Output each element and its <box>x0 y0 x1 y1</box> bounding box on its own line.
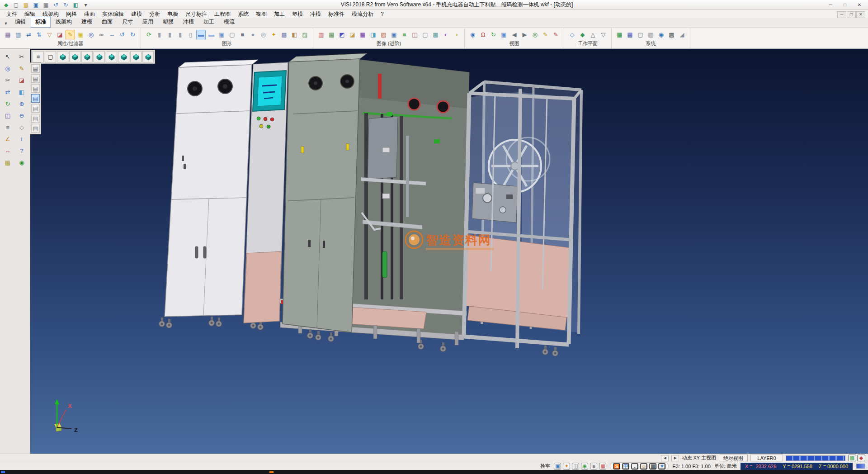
stretch-icon[interactable]: ↔ <box>107 30 117 39</box>
workplane-set-icon[interactable]: ◆ <box>578 30 587 39</box>
list-icon[interactable]: ≡ <box>590 463 597 469</box>
shaded-view-icon[interactable]: ▣ <box>217 30 226 39</box>
clipboard-icon[interactable]: ▤ <box>31 104 40 113</box>
lock-label[interactable]: 拴牢 <box>540 463 550 469</box>
tab-dropdown-icon[interactable]: ▼ <box>2 19 10 28</box>
refresh-icon[interactable]: ⟳ <box>144 30 154 39</box>
world-icon[interactable]: ◉ <box>16 157 28 167</box>
view-iso-ne-button[interactable] <box>57 51 68 62</box>
menu-item[interactable]: ? <box>377 10 387 18</box>
offset-icon[interactable]: ≡ <box>2 122 14 132</box>
ribbon-tab[interactable]: 尺寸 <box>118 17 137 28</box>
cylinder-2-icon[interactable]: ▮ <box>165 30 175 39</box>
ribbon-tab[interactable]: 模流 <box>219 17 239 28</box>
clipboard-icon[interactable]: ▤ <box>31 94 40 103</box>
prev-view-icon[interactable]: ◀ <box>509 30 519 39</box>
annotate-icon[interactable]: ✎ <box>541 30 550 39</box>
dimension-icon[interactable]: ↔ <box>2 146 14 156</box>
panel-blue-icon[interactable]: ▬ <box>196 30 206 39</box>
clipboard-icon[interactable]: ▤ <box>31 114 40 123</box>
palette-icon[interactable]: ▦ <box>615 30 624 39</box>
mirror-icon[interactable]: ◫ <box>2 110 14 120</box>
panel-icon[interactable]: ◫ <box>572 463 579 469</box>
snap-icon[interactable]: ◎ <box>2 63 14 73</box>
visi-logo-icon[interactable]: ◆ <box>2 1 10 9</box>
new-file-icon[interactable]: ▢ <box>12 1 20 9</box>
swap-icon[interactable]: ⇄ <box>24 30 33 39</box>
ribbon-tab[interactable]: 加工 <box>199 17 219 28</box>
zoom-icon[interactable]: ◉ <box>468 30 477 39</box>
picker-icon[interactable]: ◎ <box>86 30 96 39</box>
render-icon[interactable]: ▩ <box>279 30 289 39</box>
view-next-button[interactable]: ▶ <box>671 455 679 461</box>
layer-manager-icon[interactable]: ▤ <box>625 30 635 39</box>
ribbon-tab[interactable]: 冲模 <box>179 17 198 28</box>
halftone-icon[interactable]: ◨ <box>368 30 378 39</box>
view-prev-button[interactable]: ◀ <box>661 455 669 461</box>
pin-icon[interactable]: ▣ <box>554 463 561 469</box>
palette-grid-icon[interactable]: ▦ <box>848 455 856 461</box>
save-icon[interactable]: ▣ <box>32 1 40 9</box>
workplane-3pt-icon[interactable]: △ <box>588 30 598 39</box>
cylinder-1-icon[interactable]: ▮ <box>155 30 164 39</box>
absolute-view-button[interactable]: 绝对视图 <box>719 455 748 461</box>
menu-item[interactable]: 加工 <box>270 10 288 18</box>
layers-icon[interactable]: ▤ <box>327 30 336 39</box>
eye-icon[interactable]: ◎ <box>530 30 540 39</box>
outline-icon[interactable]: ▢ <box>420 30 430 39</box>
monitor-icon[interactable]: ▢ <box>636 30 645 39</box>
wireframe-view-icon[interactable]: ▢ <box>227 30 237 39</box>
maximize-button[interactable]: □ <box>838 1 852 9</box>
clipboard-icon[interactable]: ▤ <box>31 64 40 73</box>
ramp-icon[interactable]: ◢ <box>677 30 687 39</box>
frame-icon[interactable]: ▣ <box>389 30 399 39</box>
rotate-icon[interactable]: ↻ <box>2 99 14 109</box>
menu-item[interactable]: 视图 <box>252 10 270 18</box>
draw-icon[interactable]: ✎ <box>16 63 28 73</box>
menu-item[interactable]: 模流分析 <box>348 10 377 18</box>
viewport-3d[interactable]: 智造资料网 X Z ≡▢ <box>30 49 868 454</box>
menu-item[interactable]: 标准件 <box>325 10 348 18</box>
box-icon[interactable]: ▯ <box>186 30 195 39</box>
magnet-icon[interactable]: Ω <box>478 30 488 39</box>
pan-icon[interactable]: ◇ <box>16 122 28 132</box>
panel-light-icon[interactable]: ▬ <box>207 30 216 39</box>
contrast-icon[interactable]: ◐ <box>441 30 451 39</box>
mdi-close-button[interactable]: ✕ <box>856 11 865 18</box>
rotate-view-icon[interactable]: ↻ <box>489 30 498 39</box>
calculator-icon[interactable]: ▥ <box>646 30 656 39</box>
undo-icon[interactable]: ↺ <box>52 1 60 9</box>
invert-icon[interactable]: ◑ <box>452 30 461 39</box>
view-right-button[interactable] <box>106 51 117 62</box>
view-iso-se-button[interactable] <box>118 51 129 62</box>
redline-icon[interactable]: ✎ <box>551 30 561 39</box>
cylinder-3-icon[interactable]: ▮ <box>175 30 185 39</box>
grid-red-icon[interactable]: ▦ <box>599 463 606 469</box>
match-icon[interactable]: ⇅ <box>34 30 44 39</box>
erase-icon[interactable]: ◪ <box>16 75 28 85</box>
undo-icon[interactable]: ↺ <box>118 30 127 39</box>
ribbon-tab[interactable]: 编辑 <box>10 17 30 28</box>
transform-icon[interactable]: ⇄ <box>2 87 14 97</box>
menu-item[interactable]: 冲模 <box>307 10 325 18</box>
punct-icon[interactable]: ， <box>631 463 638 469</box>
emoji-icon[interactable]: ☺ <box>640 463 647 469</box>
redo-icon[interactable]: ↻ <box>61 1 70 9</box>
viewbar-menu-icon[interactable]: ≡ <box>33 51 44 62</box>
workplane-view-icon[interactable]: ▽ <box>599 30 608 39</box>
eraser-icon[interactable]: ◪ <box>55 30 65 39</box>
attr-mask-icon[interactable]: ▤ <box>3 30 13 39</box>
view-axon-button[interactable] <box>142 51 154 62</box>
material-icon[interactable]: ◧ <box>290 30 299 39</box>
view-plain-icon[interactable]: ▢ <box>45 51 56 62</box>
open-file-icon[interactable]: ▤ <box>22 1 30 9</box>
split-icon[interactable]: ◩ <box>337 30 347 39</box>
print-icon[interactable]: ▦ <box>42 1 50 9</box>
snap-marker-icon[interactable]: ◆ <box>857 455 865 461</box>
info-icon[interactable]: i <box>16 134 28 144</box>
sphere-icon[interactable]: ● <box>248 30 258 39</box>
clipboard-icon[interactable]: ▤ <box>31 124 40 133</box>
clipboard-icon[interactable]: ▤ <box>31 74 40 83</box>
torus-icon[interactable]: ◎ <box>259 30 268 39</box>
ribbon-tab[interactable]: 标准 <box>31 17 51 28</box>
